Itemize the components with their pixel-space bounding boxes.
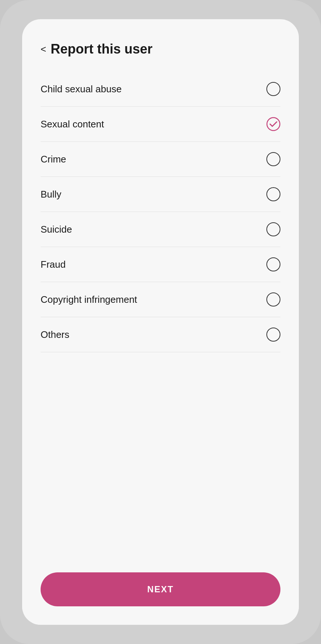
radio-unselected[interactable]	[266, 187, 280, 201]
header: < Report this user	[41, 41, 280, 57]
option-item-sexual-content[interactable]: Sexual content	[41, 107, 280, 142]
option-item-others[interactable]: Others	[41, 317, 280, 352]
radio-selected[interactable]	[266, 117, 280, 131]
radio-unselected[interactable]	[266, 82, 280, 96]
option-item-crime[interactable]: Crime	[41, 142, 280, 177]
option-label: Child sexual abuse	[41, 83, 122, 95]
option-item-bully[interactable]: Bully	[41, 177, 280, 212]
radio-unselected[interactable]	[266, 292, 280, 306]
options-list: Child sexual abuse Sexual content C	[41, 72, 280, 352]
option-label: Fraud	[41, 259, 66, 270]
radio-unselected[interactable]	[266, 257, 280, 271]
option-item-child-sexual-abuse[interactable]: Child sexual abuse	[41, 72, 280, 107]
radio-unselected[interactable]	[266, 222, 280, 236]
radio-unselected[interactable]	[266, 328, 280, 342]
page-title: Report this user	[51, 41, 152, 57]
option-label: Bully	[41, 189, 61, 200]
phone-frame: < Report this user Child sexual abuse Se…	[0, 0, 321, 644]
option-label: Copyright infringement	[41, 294, 137, 305]
option-label: Crime	[41, 154, 66, 165]
next-button[interactable]: NEXT	[41, 572, 280, 606]
screen: < Report this user Child sexual abuse Se…	[22, 19, 299, 625]
option-label: Sexual content	[41, 119, 104, 130]
option-label: Others	[41, 329, 69, 340]
back-button[interactable]: <	[41, 44, 46, 54]
option-item-copyright[interactable]: Copyright infringement	[41, 282, 280, 317]
bottom-area: NEXT	[22, 565, 299, 625]
radio-unselected[interactable]	[266, 152, 280, 166]
option-label: Suicide	[41, 224, 72, 235]
content-area: < Report this user Child sexual abuse Se…	[22, 19, 299, 625]
svg-point-0	[267, 118, 280, 131]
option-item-fraud[interactable]: Fraud	[41, 247, 280, 282]
option-item-suicide[interactable]: Suicide	[41, 212, 280, 247]
